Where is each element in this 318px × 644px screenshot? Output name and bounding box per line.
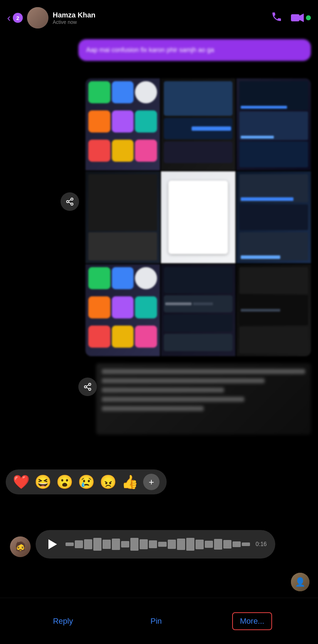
bottom-action-bar: Reply Pin More... (0, 598, 318, 644)
svg-point-3 (67, 201, 69, 203)
share-button-2[interactable] (78, 378, 97, 396)
grid-cell-2 (161, 78, 235, 170)
header: ‹ 2 Hamza Khan Active now (0, 0, 318, 36)
grid-cell-9 (236, 264, 311, 356)
grid-cell-3 (236, 78, 311, 170)
back-button[interactable]: ‹ 2 (7, 12, 23, 24)
svg-line-6 (69, 200, 71, 201)
audio-message: 0:16 (36, 530, 275, 559)
header-actions (271, 11, 311, 25)
screenshot-grid (85, 78, 311, 356)
emoji-reaction-bar: ❤️ 😆 😮 😢 😠 👍 + (6, 469, 167, 494)
emoji-laughing[interactable]: 😆 (35, 474, 51, 490)
svg-line-11 (87, 385, 89, 386)
audio-duration: 0:16 (256, 541, 267, 547)
blurred-content-block (96, 363, 311, 435)
svg-point-9 (89, 388, 91, 390)
grid-cell-8 (161, 264, 235, 356)
grid-cell-4 (85, 171, 160, 263)
emoji-more-button[interactable]: + (143, 474, 160, 490)
reply-button[interactable]: Reply (46, 613, 80, 629)
back-badge: 2 (13, 13, 23, 23)
svg-line-5 (69, 202, 71, 204)
avatar-left: 🧔 (10, 536, 31, 557)
message-bubble-outgoing: Aap mai confusion fix karon phir samjh a… (78, 39, 311, 61)
grid-cell-5 (161, 171, 235, 263)
video-call-button[interactable] (291, 13, 311, 23)
emoji-thumbsup[interactable]: 👍 (121, 474, 138, 490)
emoji-angry[interactable]: 😠 (100, 474, 116, 490)
grid-cell-7 (85, 264, 160, 356)
contact-name: Hamza Khan (53, 11, 271, 19)
phone-icon[interactable] (271, 11, 282, 25)
share-button-1[interactable] (61, 192, 79, 211)
chevron-left-icon: ‹ (7, 12, 11, 24)
svg-marker-1 (299, 14, 304, 22)
pin-button[interactable]: Pin (143, 613, 169, 629)
emoji-heart[interactable]: ❤️ (13, 474, 30, 490)
chat-area: Aap mai confusion fix karon phir samjh a… (0, 36, 318, 644)
contact-status: Active now (53, 19, 271, 25)
svg-rect-0 (291, 14, 299, 21)
more-button[interactable]: More... (232, 612, 272, 630)
emoji-surprised[interactable]: 😮 (56, 474, 73, 490)
grid-cell-1 (85, 78, 160, 170)
svg-point-4 (71, 203, 73, 205)
contact-info: Hamza Khan Active now (53, 11, 271, 25)
online-indicator (306, 15, 311, 20)
avatar-right: 👤 (291, 573, 309, 591)
svg-point-8 (84, 386, 87, 388)
grid-cell-6 (236, 171, 311, 263)
svg-point-2 (71, 198, 73, 200)
play-button[interactable] (44, 536, 60, 552)
audio-waveform (66, 538, 250, 551)
emoji-crying[interactable]: 😢 (78, 474, 95, 490)
svg-point-7 (89, 383, 91, 385)
svg-line-10 (87, 388, 89, 389)
avatar (27, 7, 48, 28)
